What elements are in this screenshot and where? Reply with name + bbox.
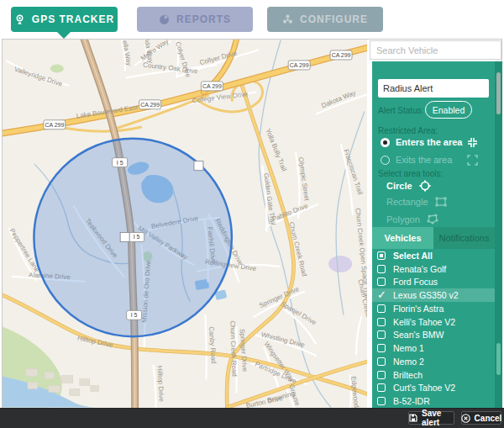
radio-unselected-icon xyxy=(381,156,390,165)
tool-circle-label: Circle xyxy=(386,181,412,191)
expand-arrows-icon xyxy=(467,155,478,166)
enters-area-label: Enters the area xyxy=(396,137,462,147)
gps-pin-icon xyxy=(14,14,25,25)
vehicle-name: Kelli's Tahoe V2 xyxy=(393,317,455,327)
vehicle-name: Renata's Golf xyxy=(393,264,446,274)
nav-configure-label: CONFIGURE xyxy=(300,13,368,25)
tab-vehicles-label: Vehicles xyxy=(384,233,421,243)
radio-selected-icon xyxy=(381,138,390,147)
vehicle-checkbox[interactable] xyxy=(377,357,386,366)
tab-notifications-label: Notifications xyxy=(439,233,490,243)
restricted-area-label: Restricted Area: xyxy=(378,126,438,135)
vehicle-row[interactable]: Renata's Golf xyxy=(372,262,495,276)
save-icon xyxy=(409,414,417,422)
nav-reports-label: REPORTS xyxy=(176,13,231,25)
circle-tool-icon xyxy=(419,180,431,192)
vehicle-row[interactable]: Curt's Tahoe V2 xyxy=(372,382,495,395)
exits-area-label: Exits the area xyxy=(396,155,452,165)
vehicle-row-selected[interactable]: Lexus GS350 v2 xyxy=(372,288,495,302)
fan-icon xyxy=(282,14,293,25)
circle-edge-handle[interactable] xyxy=(194,161,203,171)
nav-gps-tracker-button[interactable]: GPS TRACKER xyxy=(11,7,118,32)
vehicle-name: Briltech xyxy=(393,370,423,380)
tool-rectangle-label: Rectangle xyxy=(386,197,428,207)
vehicle-name: Nemo 1 xyxy=(393,343,424,353)
select-all-label: Select All xyxy=(393,251,433,261)
vehicle-checkbox[interactable] xyxy=(377,371,386,379)
vehicle-list: Select All Renata's Golf Ford Focus Lexu… xyxy=(372,249,495,408)
active-tab-pointer xyxy=(57,32,71,39)
vehicle-checkbox[interactable] xyxy=(377,330,386,339)
vehicle-name: Florin's Astra xyxy=(393,304,444,314)
vehicle-name: B-52-IDR xyxy=(393,396,430,406)
pie-chart-icon xyxy=(159,14,170,25)
map-canvas[interactable]: Valleyridge Drive Country Oak Drive Metr… xyxy=(3,40,367,408)
purple-area xyxy=(328,256,352,272)
tool-polygon[interactable]: Polygon xyxy=(386,214,438,225)
circle-center-handle[interactable] xyxy=(120,232,129,241)
select-all-checkbox[interactable] xyxy=(377,251,386,260)
vehicle-row[interactable]: Sean's BMW xyxy=(372,329,495,342)
polygon-tool-icon xyxy=(427,214,438,225)
svg-text:CA 299: CA 299 xyxy=(202,83,222,89)
tool-rectangle[interactable]: Rectangle xyxy=(386,197,447,207)
select-all-row[interactable]: Select All xyxy=(372,249,495,262)
vehicle-row[interactable]: Briltech xyxy=(372,368,495,382)
vehicle-name: Sean's BMW xyxy=(393,330,444,340)
tool-circle[interactable]: Circle xyxy=(386,180,431,192)
vehicle-row[interactable]: B-52-IDR xyxy=(372,394,495,408)
vehicle-row[interactable]: Nemo 1 xyxy=(372,341,495,355)
vehicle-name: Lexus GS350 v2 xyxy=(393,290,459,300)
vehicle-checkbox-checked[interactable] xyxy=(377,291,386,299)
cancel-label: Cancel xyxy=(475,414,502,423)
vehicle-checkbox[interactable] xyxy=(377,344,386,352)
vehicle-name: Ford Focus xyxy=(393,277,438,287)
exits-area-radio[interactable]: Exits the area xyxy=(381,155,452,165)
sidebar-tabs: Vehicles Notifications xyxy=(372,227,495,249)
vehicle-checkbox[interactable] xyxy=(377,397,386,405)
tab-notifications[interactable]: Notifications xyxy=(433,227,495,249)
nav-configure-button[interactable]: CONFIGURE xyxy=(267,7,383,32)
svg-text:CA 299: CA 299 xyxy=(140,102,160,108)
vehicle-checkbox[interactable] xyxy=(377,304,386,313)
vehicle-row[interactable]: Kelli's Tahoe V2 xyxy=(372,315,495,329)
rectangle-tool-icon xyxy=(435,197,447,207)
alert-status-label: Alert Status: xyxy=(378,106,423,115)
sidebar-scrollbar-thumb[interactable] xyxy=(496,72,501,114)
vehicle-checkbox[interactable] xyxy=(377,318,386,326)
tab-vehicles[interactable]: Vehicles xyxy=(372,227,433,249)
cancel-circle-x-icon xyxy=(461,414,470,423)
save-alert-button[interactable]: Save alert xyxy=(408,411,454,425)
gps-tracker-app: GPS TRACKER REPORTS CONFIGURE xyxy=(0,0,504,428)
search-input[interactable] xyxy=(370,40,501,60)
vehicle-checkbox[interactable] xyxy=(377,383,386,392)
select-tools-label: Select area tools: xyxy=(378,169,443,178)
vehicle-row[interactable]: Nemo 2 xyxy=(372,355,495,368)
svg-text:I 5: I 5 xyxy=(134,234,140,240)
vehicle-row[interactable]: Ford Focus xyxy=(372,276,495,289)
save-alert-label: Save alert xyxy=(422,409,454,427)
svg-text:CA 299: CA 299 xyxy=(45,122,64,128)
nav-gps-label: GPS TRACKER xyxy=(32,13,114,25)
svg-text:CA 299: CA 299 xyxy=(332,52,351,58)
svg-text:I 5: I 5 xyxy=(117,160,123,166)
compress-arrows-icon xyxy=(467,137,478,148)
vehicle-checkbox[interactable] xyxy=(377,265,386,273)
list-scrollbar-thumb[interactable] xyxy=(496,343,501,375)
svg-text:I 5: I 5 xyxy=(131,312,138,318)
vehicle-name: Curt's Tahoe V2 xyxy=(393,383,455,393)
vehicle-row[interactable]: Florin's Astra xyxy=(372,302,495,315)
vehicle-name: Nemo 2 xyxy=(393,357,424,367)
vehicle-checkbox[interactable] xyxy=(377,277,386,286)
enters-area-radio[interactable]: Enters the area xyxy=(381,137,462,147)
cancel-button[interactable]: Cancel xyxy=(461,411,501,425)
alert-name-input[interactable] xyxy=(378,79,489,98)
tool-polygon-label: Polygon xyxy=(386,214,420,225)
svg-text:CA 299: CA 299 xyxy=(290,62,309,68)
nav-reports-button[interactable]: REPORTS xyxy=(137,7,253,32)
alert-status-value: Enabled xyxy=(433,105,465,115)
alert-status-toggle[interactable]: Enabled xyxy=(425,101,472,119)
